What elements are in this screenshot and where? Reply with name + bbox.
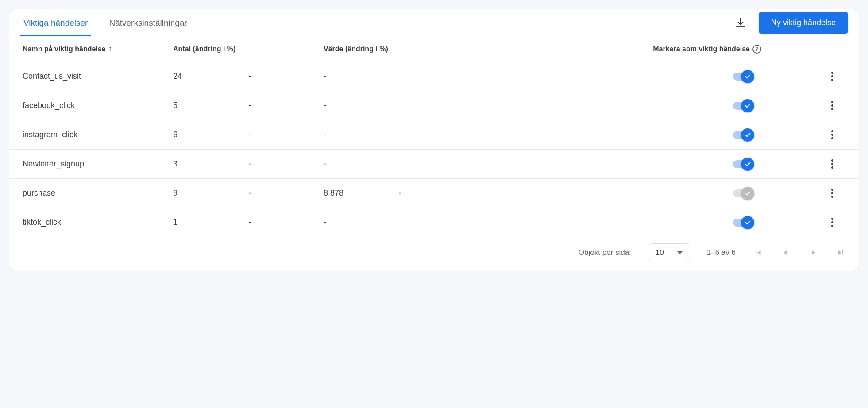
page-nav <box>753 248 845 258</box>
tab-key-events[interactable]: Viktiga händelser <box>20 9 91 36</box>
event-count: 1 <box>173 218 248 227</box>
event-value: - <box>324 159 399 169</box>
event-count-change: - <box>248 159 324 169</box>
header-bar: Viktiga händelser Nätverksinställningar … <box>9 9 859 36</box>
table-row: Contact_us_visit24-- <box>9 62 859 91</box>
column-header-mark: Markera som viktig händelse ? <box>465 45 819 54</box>
tabs: Viktiga händelser Nätverksinställningar <box>20 9 191 36</box>
last-page-button[interactable] <box>836 248 845 258</box>
events-card: Viktiga händelser Nätverksinställningar … <box>9 9 859 271</box>
row-menu-cell <box>819 189 845 198</box>
pagination-range: 1–6 av 6 <box>707 248 736 257</box>
mark-toggle[interactable] <box>733 160 752 168</box>
tab-network-settings[interactable]: Nätverksinställningar <box>105 9 190 36</box>
mark-toggle[interactable] <box>733 102 752 110</box>
event-value: - <box>324 130 399 139</box>
mark-toggle[interactable] <box>733 131 752 139</box>
row-menu-button[interactable] <box>831 159 833 169</box>
help-icon[interactable]: ? <box>752 45 761 54</box>
table-row: tiktok_click1-- <box>9 208 859 237</box>
row-menu-button[interactable] <box>831 101 833 110</box>
event-count-change: - <box>248 101 324 110</box>
mark-toggle-cell <box>465 219 819 227</box>
event-count: 9 <box>173 189 248 198</box>
event-count: 6 <box>173 130 248 139</box>
event-name: Newletter_signup <box>23 159 173 169</box>
per-page-value: 10 <box>656 248 664 257</box>
toggle-knob <box>741 128 754 142</box>
row-menu-cell <box>819 72 845 81</box>
mark-toggle-cell <box>465 73 819 81</box>
toggle-knob <box>741 158 754 171</box>
download-icon[interactable] <box>735 17 746 28</box>
event-value: - <box>324 101 399 110</box>
row-menu-cell <box>819 130 845 139</box>
event-value: - <box>324 218 399 227</box>
column-name-label: Namn på viktig händelse <box>23 45 106 53</box>
table-row: purchase9-8 878- <box>9 179 859 208</box>
toggle-knob <box>741 70 754 83</box>
event-name: instagram_click <box>23 130 173 139</box>
event-value-change: - <box>399 189 465 198</box>
mark-toggle[interactable] <box>733 219 752 227</box>
table-row: Newletter_signup3-- <box>9 150 859 179</box>
event-count: 5 <box>173 101 248 110</box>
event-name: facebook_click <box>23 101 173 110</box>
dropdown-arrow-icon <box>677 251 683 254</box>
row-menu-cell <box>819 218 845 227</box>
event-count: 3 <box>173 159 248 169</box>
prev-page-button[interactable] <box>781 248 791 258</box>
event-value: 8 878 <box>324 189 399 198</box>
mark-toggle-cell <box>465 189 819 197</box>
event-count-change: - <box>248 218 324 227</box>
rows-container: Contact_us_visit24--facebook_click5--ins… <box>9 62 859 237</box>
items-per-page-select[interactable]: 10 <box>649 243 689 262</box>
event-count-change: - <box>248 72 324 81</box>
mark-toggle[interactable] <box>733 189 752 197</box>
toggle-knob <box>741 99 754 112</box>
toggle-knob <box>741 216 754 229</box>
items-per-page-label: Objekt per sida: <box>579 248 631 257</box>
event-name: purchase <box>23 189 173 198</box>
mark-toggle-cell <box>465 131 819 139</box>
table-row: instagram_click6-- <box>9 120 859 150</box>
mark-toggle-cell <box>465 102 819 110</box>
event-count-change: - <box>248 189 324 198</box>
row-menu-button[interactable] <box>831 130 833 139</box>
column-header-value[interactable]: Värde (ändring i %) <box>324 45 399 53</box>
event-count-change: - <box>248 130 324 139</box>
mark-toggle[interactable] <box>733 73 752 81</box>
sort-ascending-icon: ↑ <box>108 44 112 54</box>
row-menu-button[interactable] <box>831 189 833 198</box>
event-count: 24 <box>173 72 248 81</box>
row-menu-button[interactable] <box>831 72 833 81</box>
column-header-count[interactable]: Antal (ändring i %) <box>173 45 248 53</box>
mark-toggle-cell <box>465 160 819 168</box>
first-page-button[interactable] <box>753 248 763 258</box>
column-header-name[interactable]: Namn på viktig händelse ↑ <box>23 44 173 54</box>
header-actions: Ny viktig händelse <box>735 12 848 34</box>
event-name: tiktok_click <box>23 218 173 227</box>
toggle-knob <box>741 187 754 200</box>
next-page-button[interactable] <box>808 248 818 258</box>
pagination: Objekt per sida: 10 1–6 av 6 <box>9 237 859 271</box>
event-value: - <box>324 72 399 81</box>
event-name: Contact_us_visit <box>23 72 173 81</box>
table-header: Namn på viktig händelse ↑ Antal (ändring… <box>9 36 859 62</box>
row-menu-cell <box>819 101 845 110</box>
table-row: facebook_click5-- <box>9 91 859 120</box>
row-menu-cell <box>819 159 845 169</box>
row-menu-button[interactable] <box>831 218 833 227</box>
new-event-button[interactable]: Ny viktig händelse <box>759 12 848 34</box>
column-mark-label: Markera som viktig händelse <box>653 45 750 53</box>
